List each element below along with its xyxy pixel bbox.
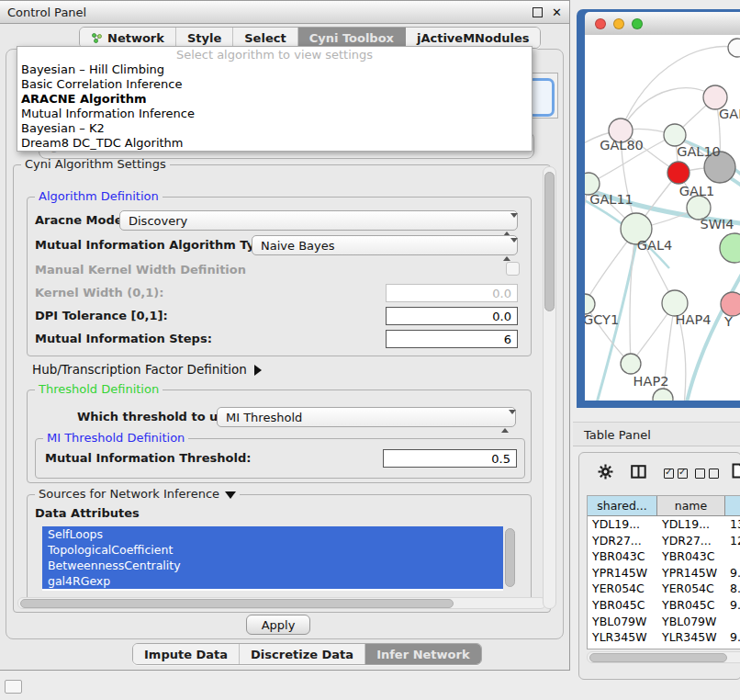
table-panel-title: Table Panel [584, 428, 651, 442]
table-row[interactable]: YLR345WYLR345W9. [588, 629, 740, 646]
node-label: HAP2 [633, 374, 669, 389]
table-cell: 9. [725, 646, 740, 649]
table-row[interactable]: YBR043CYBR043C [588, 548, 740, 565]
attribute-item-betweennesscentrality[interactable]: BetweennessCentrality [42, 558, 503, 573]
table-row[interactable]: YPR145WYPR145W9. [588, 565, 740, 581]
algorithm-option-dream8-dc-tdc-algorithm[interactable]: Dream8 DC_TDC Algorithm [17, 136, 532, 151]
tab-cyni-toolbox[interactable]: Cyni Toolbox [298, 28, 406, 48]
mi-threshold-label: Mutual Information Threshold: [45, 451, 251, 465]
mi-threshold-field[interactable]: 0.5 [383, 449, 517, 468]
attribute-item-gal4rgexp[interactable]: gal4RGexp [42, 573, 503, 589]
column-header-a[interactable]: A [725, 496, 740, 516]
network-node-gcy1[interactable] [585, 294, 595, 314]
kernel-width-field[interactable]: 0.0 [386, 284, 518, 302]
tab-style[interactable]: Style [176, 28, 233, 48]
apply-button[interactable]: Apply [246, 615, 310, 635]
table-row[interactable]: YER054CYER054C8. [588, 581, 740, 597]
algorithm-option-basic-correlation-inference[interactable]: Basic Correlation Inference [17, 77, 532, 92]
mi-steps-field[interactable]: 6 [386, 330, 518, 348]
tab-jactivemnodules[interactable]: jActiveMNodules [406, 28, 541, 48]
node-label: GAL11 [589, 192, 633, 207]
bottom-tab-infer-network[interactable]: Infer Network [365, 644, 480, 664]
table-row[interactable]: YBL079WYBL079W [588, 614, 740, 630]
restore-panel-icon[interactable] [5, 680, 22, 694]
table-panel: shared...nameA YDL19...YDL19...13YDR27..… [578, 452, 740, 680]
table-cell: YBR043C [657, 548, 725, 565]
node-attribute-table[interactable]: shared...nameA YDL19...YDL19...13YDR27..… [587, 495, 740, 649]
table-row[interactable]: YDR27...YDR27...12 [588, 533, 740, 549]
network-node[interactable] [728, 39, 740, 57]
bottom-tab-discretize-data[interactable]: Discretize Data [240, 644, 365, 664]
gear-icon[interactable] [598, 464, 613, 482]
new-table-icon[interactable] [732, 463, 740, 481]
deselect-all-checkboxes-icon[interactable] [695, 468, 723, 481]
control-panel-titlebar: Control Panel ✕ [0, 1, 569, 24]
minimize-traffic-light-icon[interactable] [613, 18, 624, 29]
table-cell: YPR145W [588, 565, 657, 581]
algorithm-option-aracne-algorithm[interactable]: ARACNE Algorithm [17, 92, 532, 107]
manual-kernel-checkbox[interactable] [506, 262, 520, 276]
attribute-item-selfloops[interactable]: SelfLoops [42, 526, 503, 542]
hub-definition-label: Hub/Transcription Factor Definition [32, 362, 247, 377]
attribute-item-topologicalcoefficient[interactable]: TopologicalCoefficient [42, 542, 503, 558]
close-icon[interactable]: ✕ [552, 6, 562, 18]
column-header-shared[interactable]: shared... [588, 496, 657, 516]
table-cell: YER054C [588, 581, 657, 597]
settings-hscrollbar-thumb[interactable] [20, 599, 454, 608]
bottom-tab-label: Discretize Data [251, 648, 353, 661]
which-threshold-combo[interactable]: MI Threshold [217, 407, 516, 427]
mi-type-combo[interactable]: Naive Bayes [252, 235, 518, 255]
network-node[interactable] [720, 233, 740, 263]
split-columns-icon[interactable] [631, 465, 646, 481]
aracne-mode-label: Aracne Mode: [35, 213, 128, 227]
tab-network[interactable]: Network [80, 28, 176, 48]
node-label: Y [723, 314, 733, 329]
select-all-checkboxes-icon[interactable] [664, 468, 691, 481]
network-node-gal1[interactable] [667, 162, 690, 184]
aracne-mode-combo[interactable]: Discovery [119, 210, 518, 231]
algorithm-option-bayesian-k2[interactable]: Bayesian – K2 [17, 121, 532, 136]
float-panel-icon[interactable] [533, 7, 543, 17]
network-graph: GAL2GAL80GAL10GAL1GAL11SWI4GAL4HAP4YGCY1… [585, 35, 740, 401]
hub-definition-toggle[interactable]: Hub/Transcription Factor Definition [32, 362, 262, 377]
table-row[interactable]: YIL052CYIL052C9. [588, 646, 740, 649]
zoom-traffic-light-icon[interactable] [632, 18, 643, 29]
node-label: GAL4 [637, 238, 672, 253]
threshold-definition-title: Threshold Definition [35, 382, 163, 396]
mi-type-value: Naive Bayes [261, 239, 334, 253]
table-row[interactable]: YBR045CYBR045C9. [588, 597, 740, 614]
tab-label: Style [187, 31, 221, 45]
expand-arrow-icon [254, 365, 262, 376]
settings-vscrollbar-thumb[interactable] [544, 172, 555, 311]
network-node[interactable] [653, 389, 673, 401]
bottom-tab-impute-data[interactable]: Impute Data [133, 644, 240, 664]
settings-vscrollbar[interactable] [543, 166, 556, 609]
tab-select[interactable]: Select [233, 28, 297, 48]
network-canvas[interactable]: GAL2GAL80GAL10GAL1GAL11SWI4GAL4HAP4YGCY1… [585, 35, 740, 401]
network-view-window: GAL2GAL80GAL10GAL1GAL11SWI4GAL4HAP4YGCY1… [577, 9, 740, 408]
network-node-y[interactable] [721, 292, 740, 316]
algorithm-dropdown-popup: Select algorithm to view settings Bayesi… [17, 46, 533, 152]
table-hscrollbar[interactable] [587, 651, 740, 663]
settings-hscrollbar[interactable] [17, 597, 546, 609]
bottom-tab-bar: Impute DataDiscretize DataInfer Network [132, 643, 482, 665]
attributes-scrollbar-thumb[interactable] [505, 528, 515, 587]
node-label: GAL80 [600, 138, 644, 152]
close-traffic-light-icon[interactable] [595, 18, 606, 29]
column-header-name[interactable]: name [657, 496, 725, 516]
algorithm-option-bayesian-hill-climbing[interactable]: Bayesian – Hill Climbing [17, 62, 532, 77]
table-hscrollbar-thumb[interactable] [589, 653, 727, 662]
bottom-tab-label: Impute Data [144, 648, 228, 661]
cyni-algorithm-settings-group: Cyni Algorithm Settings Algorithm Defini… [13, 164, 551, 613]
algorithm-definition-group: Algorithm Definition Aracne Mode: Discov… [27, 197, 532, 356]
network-node-gal10[interactable] [664, 124, 686, 146]
network-node-hap2[interactable] [621, 354, 641, 374]
sources-group: Sources for Network Inference Data Attri… [27, 494, 532, 603]
network-edge-highlighted [686, 263, 740, 401]
algorithm-option-mutual-information-inference[interactable]: Mutual Information Inference [17, 107, 532, 121]
dpi-tolerance-field[interactable]: 0.0 [386, 307, 518, 325]
combo-stepper-icon [503, 215, 510, 235]
table-row[interactable]: YDL19...YDL19...13 [588, 516, 740, 533]
combo-stepper-icon [503, 240, 510, 260]
tab-label: Cyni Toolbox [309, 31, 394, 45]
